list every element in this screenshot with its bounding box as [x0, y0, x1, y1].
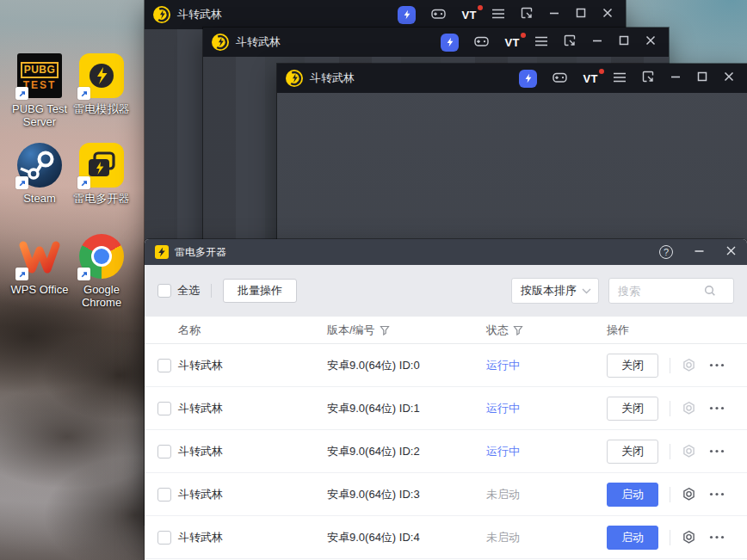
- select-all-checkbox[interactable]: [157, 284, 171, 298]
- header-action: 操作: [607, 323, 747, 338]
- instance-status: 运行中: [486, 444, 607, 459]
- menu-icon[interactable]: [534, 34, 548, 50]
- desktop-icon-label: 雷电多开器: [67, 192, 136, 205]
- popout-icon[interactable]: [641, 70, 655, 87]
- emulator-titlebar[interactable]: 斗转武林 VT: [145, 0, 626, 29]
- instance-name: 斗转武林: [178, 530, 327, 545]
- row-checkbox[interactable]: [157, 402, 171, 415]
- instance-row: 斗转武林 安卓9.0(64位) ID:3 未启动 启动: [145, 473, 747, 516]
- close-button[interactable]: [723, 71, 735, 86]
- action-divider: [670, 401, 670, 416]
- more-icon[interactable]: [709, 449, 725, 453]
- batch-operation-button[interactable]: 批量操作: [223, 279, 297, 303]
- multi-instance-manager-window: 雷电多开器 ? 全选 批量操作 按版本排序: [145, 239, 747, 560]
- search-icon: [704, 285, 716, 297]
- minimize-button[interactable]: [670, 71, 682, 86]
- manager-title: 雷电多开器: [175, 245, 226, 260]
- instance-status: 未启动: [486, 530, 607, 545]
- desktop-icon-label: PUBG Test Server: [5, 102, 74, 128]
- emulator-titlebar[interactable]: 斗转武林 VT: [277, 64, 747, 93]
- shortcut-arrow-icon: [15, 87, 28, 100]
- close-button[interactable]: [725, 244, 737, 260]
- steam-icon: [17, 143, 62, 188]
- settings-icon[interactable]: [682, 444, 696, 458]
- row-checkbox[interactable]: [157, 531, 171, 545]
- close-instance-button[interactable]: 关闭: [607, 397, 658, 421]
- toolbar-divider: [211, 284, 212, 298]
- vt-label: VT: [461, 9, 477, 22]
- header-name[interactable]: 名称: [178, 323, 327, 338]
- desktop-icon-google-chrome[interactable]: Google Chrome: [67, 234, 136, 309]
- gamepad-icon[interactable]: [473, 34, 490, 52]
- action-divider: [670, 530, 670, 545]
- emulator-titlebar[interactable]: 斗转武林 VT: [203, 28, 669, 57]
- instance-row: 斗转武林 安卓9.0(64位) ID:2 运行中 关闭: [145, 430, 747, 473]
- search-box[interactable]: [608, 278, 734, 304]
- help-icon[interactable]: ?: [659, 245, 673, 259]
- vt-indicator[interactable]: VT: [583, 72, 598, 85]
- row-checkbox[interactable]: [157, 488, 171, 502]
- settings-icon[interactable]: [682, 401, 696, 415]
- menu-icon[interactable]: [613, 71, 627, 86]
- vt-alert-dot: [521, 33, 526, 38]
- desktop-icon-label: Steam: [5, 192, 74, 205]
- desktop-icon-ldmultiplayer[interactable]: 雷电多开器: [67, 143, 136, 205]
- desktop-icon-label: 雷电模拟器: [67, 102, 136, 115]
- shortcut-arrow-icon: [15, 268, 28, 280]
- ldmultiplayer-icon: [79, 143, 124, 188]
- filter-icon[interactable]: [513, 325, 523, 335]
- wps-icon: [17, 234, 62, 279]
- menu-icon[interactable]: [491, 7, 505, 22]
- settings-icon[interactable]: [682, 358, 696, 372]
- maximize-button[interactable]: [618, 34, 630, 50]
- instance-version: 安卓9.0(64位) ID:4: [327, 530, 486, 545]
- instance-status: 未启动: [486, 487, 607, 502]
- maximize-button[interactable]: [575, 7, 587, 22]
- desktop-icon-ldplayer[interactable]: 雷电模拟器: [67, 53, 136, 115]
- start-instance-button[interactable]: 启动: [607, 526, 658, 550]
- vt-indicator[interactable]: VT: [461, 9, 477, 22]
- close-button[interactable]: [602, 7, 614, 22]
- popout-icon[interactable]: [520, 6, 534, 23]
- minimize-button[interactable]: [548, 7, 560, 22]
- shortcut-arrow-icon: [77, 87, 90, 100]
- shortcut-arrow-icon: [15, 176, 28, 189]
- gamepad-icon[interactable]: [430, 6, 447, 24]
- desktop-icon-wps-office[interactable]: WPS Office: [5, 234, 74, 296]
- more-icon[interactable]: [709, 406, 725, 410]
- close-instance-button[interactable]: 关闭: [607, 354, 658, 378]
- row-checkbox[interactable]: [157, 445, 171, 458]
- instance-name: 斗转武林: [178, 358, 327, 373]
- instance-name: 斗转武林: [178, 444, 327, 459]
- close-button[interactable]: [645, 34, 657, 50]
- boost-icon[interactable]: [519, 70, 537, 88]
- minimize-button[interactable]: [591, 34, 603, 50]
- instance-name: 斗转武林: [178, 401, 327, 416]
- desktop-icon-steam[interactable]: Steam: [5, 143, 74, 205]
- gamepad-icon[interactable]: [552, 70, 568, 88]
- header-version[interactable]: 版本/编号: [327, 323, 486, 338]
- sort-dropdown[interactable]: 按版本排序: [511, 278, 599, 304]
- manager-titlebar[interactable]: 雷电多开器 ?: [145, 239, 747, 265]
- desktop-icon-label: WPS Office: [5, 283, 74, 296]
- filter-icon[interactable]: [380, 325, 390, 335]
- instance-row: 斗转武林 安卓9.0(64位) ID:1 运行中 关闭: [145, 387, 747, 430]
- boost-icon[interactable]: [398, 6, 416, 24]
- instance-version: 安卓9.0(64位) ID:2: [327, 444, 486, 459]
- start-instance-button[interactable]: 启动: [607, 483, 658, 507]
- more-icon[interactable]: [709, 535, 725, 539]
- boost-icon[interactable]: [441, 34, 459, 52]
- maximize-button[interactable]: [696, 71, 708, 86]
- more-icon[interactable]: [709, 363, 725, 367]
- vt-indicator[interactable]: VT: [504, 36, 520, 49]
- minimize-button[interactable]: [694, 244, 705, 260]
- search-input[interactable]: [618, 285, 704, 298]
- row-checkbox[interactable]: [157, 359, 171, 372]
- header-status[interactable]: 状态: [486, 323, 607, 338]
- close-instance-button[interactable]: 关闭: [607, 440, 658, 464]
- desktop-icon-pubg-test-server[interactable]: PUBG TEST PUBG Test Server: [5, 53, 74, 128]
- settings-icon[interactable]: [682, 487, 696, 502]
- more-icon[interactable]: [709, 492, 725, 496]
- popout-icon[interactable]: [563, 34, 577, 51]
- settings-icon[interactable]: [682, 530, 696, 545]
